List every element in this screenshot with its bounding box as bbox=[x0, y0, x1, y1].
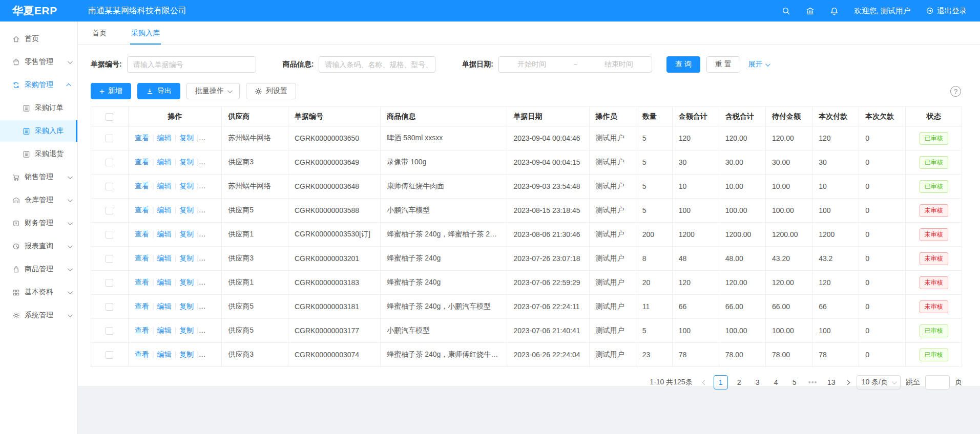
table-row: 查看|编辑|复制|删除供应商3CGRK00000003201蜂蜜柚子茶 240g… bbox=[91, 247, 962, 271]
table-body: 查看|编辑|复制|删除苏州蜗牛网络CGRK00000003650啤酒 580ml… bbox=[91, 126, 962, 367]
owed-cell: 0 bbox=[859, 150, 906, 175]
sidebar-item-2[interactable]: 采购管理 bbox=[0, 74, 77, 96]
pagination-page-3[interactable]: 3 bbox=[750, 375, 765, 389]
view-link[interactable]: 查看 bbox=[135, 326, 149, 334]
edit-link[interactable]: 编辑 bbox=[157, 158, 172, 166]
select-all-checkbox[interactable] bbox=[106, 113, 113, 121]
page-size-select[interactable]: 10 条/页 bbox=[857, 375, 901, 389]
status-badge: 未审核 bbox=[920, 204, 948, 217]
copy-link[interactable]: 复制 bbox=[179, 206, 194, 214]
copy-link[interactable]: 复制 bbox=[179, 230, 194, 238]
amount-cell: 1200 bbox=[672, 223, 719, 247]
col-header-actions: 操作 bbox=[128, 107, 221, 126]
search-icon[interactable] bbox=[782, 7, 790, 15]
date-range-picker[interactable]: 开始时间 ~ 结束时间 bbox=[498, 56, 652, 73]
edit-link[interactable]: 编辑 bbox=[157, 326, 172, 334]
reset-button[interactable]: 重 置 bbox=[706, 56, 740, 73]
row-checkbox[interactable] bbox=[106, 255, 113, 263]
amount-cell: 30 bbox=[672, 150, 719, 175]
qty-cell: 5 bbox=[636, 126, 672, 150]
supplier-cell: 苏州蜗牛网络 bbox=[222, 175, 288, 199]
row-checkbox[interactable] bbox=[106, 183, 113, 190]
column-settings-button[interactable]: 列设置 bbox=[246, 83, 296, 99]
help-icon[interactable]: ? bbox=[950, 86, 961, 97]
edit-link[interactable]: 编辑 bbox=[157, 278, 172, 286]
logout-button[interactable]: 退出登录 bbox=[926, 6, 967, 16]
row-checkbox[interactable] bbox=[106, 327, 113, 335]
view-link[interactable]: 查看 bbox=[135, 230, 149, 238]
edit-link[interactable]: 编辑 bbox=[157, 230, 172, 238]
sidebar-item-3[interactable]: 采购订单 bbox=[0, 97, 77, 119]
pagination-page-4[interactable]: 4 bbox=[769, 375, 783, 389]
copy-link[interactable]: 复制 bbox=[179, 278, 194, 286]
sidebar-item-12[interactable]: 系统管理 bbox=[0, 305, 77, 326]
view-link[interactable]: 查看 bbox=[135, 158, 149, 166]
jump-to-page-input[interactable] bbox=[925, 375, 950, 389]
product-cell: 录像带 100g bbox=[381, 150, 507, 175]
pagination-page-13[interactable]: 13 bbox=[824, 375, 839, 389]
expand-link[interactable]: 展开 bbox=[748, 60, 769, 69]
chevron-down-icon bbox=[68, 243, 73, 248]
copy-link[interactable]: 复制 bbox=[179, 326, 194, 334]
row-checkbox[interactable] bbox=[106, 135, 113, 142]
sidebar-item-4[interactable]: 采购入库 bbox=[0, 120, 77, 142]
pagination-page-5[interactable]: 5 bbox=[787, 375, 802, 389]
sidebar-item-7[interactable]: 仓库管理 bbox=[0, 189, 77, 211]
col-header-qty: 数量 bbox=[636, 107, 672, 126]
doc-no-input[interactable] bbox=[127, 56, 256, 73]
sidebar-item-8[interactable]: ¥财务管理 bbox=[0, 212, 77, 234]
row-checkbox[interactable] bbox=[106, 207, 113, 214]
sidebar-item-1[interactable]: 零售管理 bbox=[0, 51, 77, 73]
product-info-input[interactable] bbox=[319, 56, 435, 73]
sidebar-item-11[interactable]: 基本资料 bbox=[0, 281, 77, 303]
export-button[interactable]: 导出 bbox=[137, 83, 180, 99]
edit-link[interactable]: 编辑 bbox=[157, 206, 172, 214]
pagination-page-2[interactable]: 2 bbox=[732, 375, 746, 389]
pagination-next-button[interactable] bbox=[844, 381, 851, 384]
sidebar-item-0[interactable]: 首页 bbox=[0, 28, 77, 50]
col-header-payable: 待付金额 bbox=[765, 107, 812, 126]
sidebar-item-5[interactable]: 采购退货 bbox=[0, 143, 77, 165]
owed-cell: 0 bbox=[859, 271, 906, 295]
bell-icon[interactable] bbox=[830, 7, 839, 15]
batch-operations-button[interactable]: 批量操作 bbox=[186, 83, 240, 99]
owed-cell: 0 bbox=[859, 175, 906, 199]
copy-link[interactable]: 复制 bbox=[179, 158, 194, 166]
view-link[interactable]: 查看 bbox=[135, 254, 149, 262]
view-link[interactable]: 查看 bbox=[135, 350, 149, 358]
add-button[interactable]: + 新增 bbox=[91, 83, 131, 99]
edit-link[interactable]: 编辑 bbox=[157, 182, 172, 190]
row-checkbox[interactable] bbox=[106, 279, 113, 287]
doc-no-cell: CGRK00000003074 bbox=[288, 343, 380, 367]
bank-icon[interactable] bbox=[806, 7, 815, 15]
tab-0[interactable]: 首页 bbox=[91, 23, 108, 45]
view-link[interactable]: 查看 bbox=[135, 206, 149, 214]
sidebar-item-9[interactable]: 报表查询 bbox=[0, 235, 77, 257]
tab-1[interactable]: 采购入库 bbox=[130, 23, 161, 45]
view-link[interactable]: 查看 bbox=[135, 302, 149, 310]
view-link[interactable]: 查看 bbox=[135, 182, 149, 190]
copy-link[interactable]: 复制 bbox=[179, 350, 194, 358]
pagination-prev-button[interactable] bbox=[701, 381, 708, 384]
copy-link[interactable]: 复制 bbox=[179, 182, 194, 190]
search-button[interactable]: 查 询 bbox=[666, 56, 700, 73]
row-checkbox[interactable] bbox=[106, 231, 113, 238]
sidebar-item-10[interactable]: 商品管理 bbox=[0, 258, 77, 280]
pagination-page-1[interactable]: 1 bbox=[714, 375, 728, 389]
sidebar-item-6[interactable]: 销售管理 bbox=[0, 166, 77, 188]
welcome-user[interactable]: 欢迎您, 测试用户 bbox=[854, 6, 910, 16]
copy-link[interactable]: 复制 bbox=[179, 254, 194, 262]
operator-cell: 测试用户 bbox=[589, 247, 636, 271]
copy-link[interactable]: 复制 bbox=[179, 302, 194, 310]
copy-link[interactable]: 复制 bbox=[179, 134, 194, 142]
edit-link[interactable]: 编辑 bbox=[157, 254, 172, 262]
edit-link[interactable]: 编辑 bbox=[157, 134, 172, 142]
view-link[interactable]: 查看 bbox=[135, 278, 149, 286]
view-link[interactable]: 查看 bbox=[135, 134, 149, 142]
row-checkbox[interactable] bbox=[106, 303, 113, 311]
row-checkbox[interactable] bbox=[106, 351, 113, 359]
edit-link[interactable]: 编辑 bbox=[157, 350, 172, 358]
edit-link[interactable]: 编辑 bbox=[157, 302, 172, 310]
row-checkbox[interactable] bbox=[106, 159, 113, 166]
qty-cell: 20 bbox=[636, 271, 672, 295]
